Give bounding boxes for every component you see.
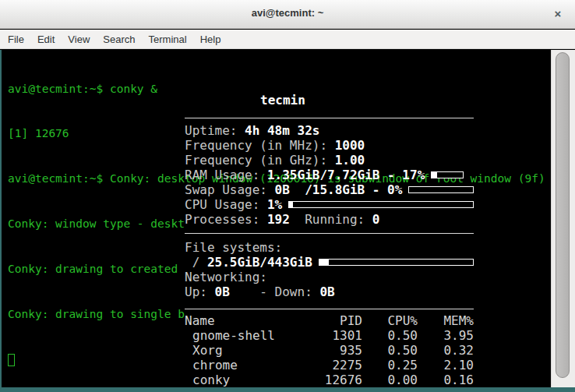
menubar: File Edit View Search Terminal Help xyxy=(0,30,575,49)
terminal-cursor xyxy=(8,354,15,366)
menu-search[interactable]: Search xyxy=(103,34,135,45)
window-bottom-border xyxy=(0,387,575,392)
table-row: conky 12676 0.00 0.16 xyxy=(185,373,474,387)
conky-freq-mhz: Frequency (in MHz): 1000 xyxy=(185,138,474,153)
conky-networking-label: Networking: xyxy=(185,270,474,284)
scrollbar-track[interactable] xyxy=(551,50,575,387)
titlebar[interactable]: avi@tecmint: ~ × xyxy=(0,0,575,29)
menu-edit[interactable]: Edit xyxy=(37,34,55,45)
table-row: Xorg 935 0.50 0.32 xyxy=(185,343,474,358)
conky-swap-usage: Swap Usage: 0B /15.8GiB - 0% xyxy=(185,182,474,197)
menu-terminal[interactable]: Terminal xyxy=(149,34,187,45)
conky-processes: Processes: 192 Running: 0 xyxy=(185,212,474,227)
conky-hostname: tecmin xyxy=(185,93,474,108)
conky-network-updown: Up: 0B - Down: 0B xyxy=(185,284,474,299)
process-table-header: Name PID CPU% MEM% xyxy=(185,313,474,328)
conky-ram-usage: RAM Usage: 1.35GiB/7.72GiB - 17% xyxy=(185,168,474,182)
table-row: chrome 2275 0.25 2.10 xyxy=(185,358,474,373)
swap-usage-bar xyxy=(408,186,474,193)
divider xyxy=(185,233,474,234)
divider xyxy=(185,118,474,118)
conky-filesystems-label: File systems: xyxy=(185,240,474,255)
terminal-window: avi@tecmint: ~ × File Edit View Search T… xyxy=(0,0,575,392)
divider xyxy=(185,309,474,309)
table-row: gnome-shell 1301 0.50 3.95 xyxy=(185,328,474,343)
ram-usage-bar xyxy=(431,171,464,178)
conky-overlay: tecmin Uptime: 4h 48m 32s Frequency (in … xyxy=(185,93,474,388)
conky-cpu-usage: CPU Usage: 1% xyxy=(185,197,474,212)
conky-freq-ghz: Frequency (in GHz): 1.00 xyxy=(185,153,474,168)
menu-view[interactable]: View xyxy=(68,34,90,45)
scrollbar-thumb[interactable] xyxy=(556,52,570,378)
close-icon[interactable]: × xyxy=(550,6,566,22)
filesystem-usage-bar xyxy=(319,259,474,266)
window-title: avi@tecmint: ~ xyxy=(0,7,575,19)
conky-filesystem-root: / 25.5GiB/443GiB xyxy=(185,255,474,270)
menu-file[interactable]: File xyxy=(8,34,24,45)
cpu-usage-bar xyxy=(288,201,474,208)
menu-help[interactable]: Help xyxy=(200,34,221,45)
conky-uptime: Uptime: 4h 48m 32s xyxy=(185,123,474,138)
